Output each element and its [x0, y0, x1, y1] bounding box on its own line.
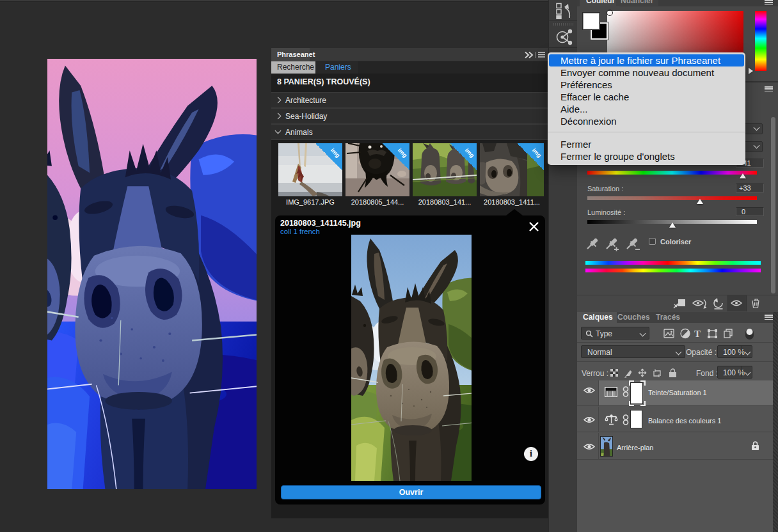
svg-text:T: T: [694, 329, 701, 339]
